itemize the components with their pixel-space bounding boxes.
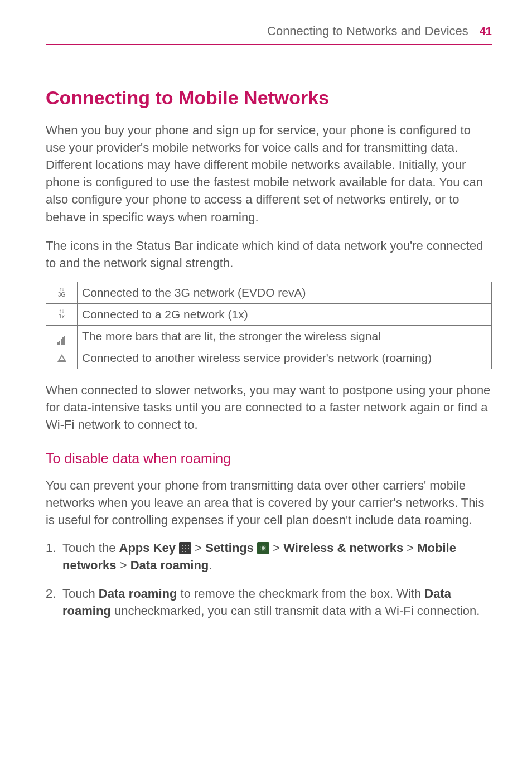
status-description: Connected to another wireless service pr… [78, 347, 492, 369]
step-text: Touch [62, 587, 99, 601]
signal-bars-icon [57, 328, 66, 337]
table-row: ↑↓3G Connected to the 3G network (EVDO r… [46, 282, 492, 304]
table-row: The more bars that are lit, the stronger… [46, 326, 492, 347]
step-text: . [209, 558, 212, 572]
intro-paragraph-1: When you buy your phone and sign up for … [46, 122, 492, 156]
running-head-title: Connecting to Networks and Devices [267, 22, 468, 40]
icon-cell: ↑↓1x [46, 304, 78, 326]
table-row: Connected to another wireless service pr… [46, 347, 492, 369]
network-1x-icon: ↑↓1x [59, 308, 65, 319]
ui-apps-key: Apps Key [119, 541, 176, 555]
intro-paragraph-2: Different locations may have different m… [46, 156, 492, 226]
settings-icon [257, 542, 269, 554]
sub-paragraph: You can prevent your phone from transmit… [46, 477, 492, 529]
icon-cell [46, 326, 78, 347]
running-head: Connecting to Networks and Devices 41 [46, 22, 492, 45]
step-item: 1. Touch the Apps Key > Settings > Wirel… [46, 539, 492, 574]
intro-block: When you buy your phone and sign up for … [46, 122, 492, 226]
step-number: 2. [46, 585, 62, 619]
ui-data-roaming: Data roaming [99, 587, 177, 601]
running-head-page-number: 41 [480, 23, 492, 39]
step-body: Touch the Apps Key > Settings > Wireless… [62, 539, 492, 574]
step-text: uncheckmarked, you can still transmit da… [111, 604, 480, 618]
step-number: 1. [46, 539, 62, 574]
step-text: > [117, 558, 130, 572]
step-text: > [191, 541, 205, 555]
status-icons-table: ↑↓3G Connected to the 3G network (EVDO r… [46, 282, 492, 369]
status-description: Connected to the 3G network (EVDO revA) [78, 282, 492, 304]
roaming-triangle-icon [57, 354, 66, 362]
icon-cell [46, 347, 78, 369]
step-item: 2. Touch Data roaming to remove the chec… [46, 585, 492, 619]
ui-wireless-networks: Wireless & networks [283, 541, 403, 555]
status-description: The more bars that are lit, the stronger… [78, 326, 492, 347]
status-description: Connected to a 2G network (1x) [78, 304, 492, 326]
step-text: to remove the checkmark from the box. Wi… [177, 587, 424, 601]
step-text: > [403, 541, 417, 555]
apps-key-icon [179, 542, 191, 554]
table-row: ↑↓1x Connected to a 2G network (1x) [46, 304, 492, 326]
subheading-disable-roaming: To disable data when roaming [46, 449, 492, 469]
step-text: Touch the [62, 541, 119, 555]
steps-list: 1. Touch the Apps Key > Settings > Wirel… [46, 539, 492, 620]
step-body: Touch Data roaming to remove the checkma… [62, 585, 492, 619]
ui-settings: Settings [205, 541, 254, 555]
after-table-paragraph: When connected to slower networks, you m… [46, 381, 492, 434]
section-title: Connecting to Mobile Networks [46, 84, 492, 111]
step-text: > [269, 541, 283, 555]
icon-cell: ↑↓3G [46, 282, 78, 304]
intro-paragraph-3: The icons in the Status Bar indicate whi… [46, 237, 492, 272]
network-3g-icon: ↑↓3G [58, 287, 65, 298]
ui-data-roaming: Data roaming [130, 558, 209, 572]
